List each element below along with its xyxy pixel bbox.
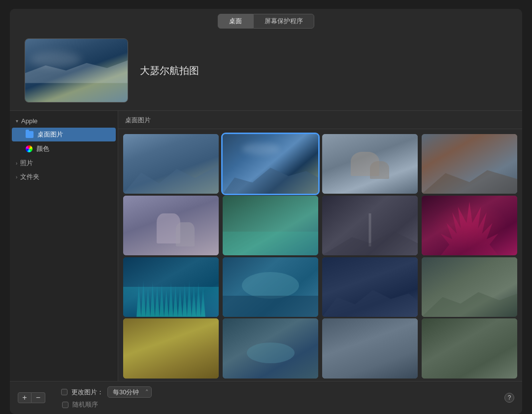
bottom-bar: + − 更改图片： 每30分钟 每小时 每天 随机顺序 ? xyxy=(10,381,522,414)
wallpaper-item-selected[interactable] xyxy=(223,134,318,194)
color-wheel-icon xyxy=(26,145,33,152)
sidebar-folder-section[interactable]: › 文件夹 xyxy=(10,170,118,184)
folder-icon xyxy=(26,131,33,138)
sidebar-item-desktop-label: 桌面图片 xyxy=(37,130,63,139)
svg-marker-5 xyxy=(422,292,517,317)
chevron-right-icon: › xyxy=(16,161,17,166)
wallpaper-item[interactable] xyxy=(123,134,219,194)
svg-marker-0 xyxy=(123,165,219,194)
change-image-label: 更改图片： xyxy=(71,388,103,397)
wallpaper-item[interactable] xyxy=(322,196,418,255)
preview-image xyxy=(25,39,128,102)
preview-area: 大瑟尔航拍图 xyxy=(10,29,522,110)
preview-thumbnail xyxy=(25,38,128,103)
svg-marker-4 xyxy=(322,290,418,317)
wallpaper-item[interactable] xyxy=(123,196,219,255)
tab-screensaver[interactable]: 屏幕保护程序 xyxy=(253,14,314,29)
wallpaper-image xyxy=(322,318,418,378)
wallpaper-grid xyxy=(118,129,522,381)
wallpaper-item[interactable] xyxy=(322,257,418,317)
wallpaper-item[interactable] xyxy=(223,257,318,317)
wallpaper-item[interactable] xyxy=(223,196,318,255)
main-content: ▾ Apple 桌面图片 颜色 › 照片 › 文件夹 桌面图片 xyxy=(10,110,522,381)
interval-dropdown[interactable]: 每30分钟 每小时 每天 xyxy=(107,386,152,398)
wallpaper-image xyxy=(322,134,418,194)
sidebar-item-colors-label: 颜色 xyxy=(36,144,49,153)
wallpaper-item[interactable] xyxy=(123,318,219,378)
wallpaper-image xyxy=(422,257,517,317)
add-remove-group: + − xyxy=(18,392,45,403)
svg-marker-2 xyxy=(422,170,517,194)
wallpaper-image xyxy=(422,318,517,378)
sidebar-photos-section[interactable]: › 照片 xyxy=(10,156,118,170)
wallpaper-item[interactable] xyxy=(322,134,418,194)
sidebar-photos-label: 照片 xyxy=(20,159,33,168)
wallpaper-image xyxy=(223,318,318,378)
sidebar-item-desktop-pictures[interactable]: 桌面图片 xyxy=(12,128,116,141)
change-image-checkbox[interactable] xyxy=(61,389,67,395)
wallpaper-image xyxy=(123,318,219,378)
main-window: 桌面 屏幕保护程序 大瑟尔航拍图 ▾ Apple 桌面图片 颜色 › xyxy=(10,9,522,414)
wallpaper-image xyxy=(223,134,318,194)
wallpaper-item[interactable] xyxy=(322,318,418,378)
wallpaper-image xyxy=(123,257,219,317)
sidebar-apple-section[interactable]: ▾ Apple xyxy=(10,115,118,127)
wallpaper-item[interactable] xyxy=(422,318,517,378)
grid-header: 桌面图片 xyxy=(118,111,522,129)
help-button[interactable]: ? xyxy=(504,393,514,403)
wallpaper-item[interactable] xyxy=(422,134,517,194)
right-panel: 桌面图片 xyxy=(118,111,522,381)
wallpaper-image xyxy=(223,196,318,255)
random-label: 随机顺序 xyxy=(72,400,98,409)
sidebar-apple-label: Apple xyxy=(21,117,37,125)
wallpaper-image xyxy=(123,134,219,194)
svg-marker-3 xyxy=(322,232,418,256)
interval-dropdown-wrapper: 每30分钟 每小时 每天 xyxy=(107,386,152,398)
wallpaper-image xyxy=(123,196,219,255)
remove-button[interactable]: − xyxy=(32,392,45,403)
change-image-row: 更改图片： 每30分钟 每小时 每天 xyxy=(61,386,497,398)
chevron-down-icon: ▾ xyxy=(16,118,18,124)
tab-desktop[interactable]: 桌面 xyxy=(218,14,253,29)
wallpaper-image xyxy=(322,196,418,255)
svg-marker-1 xyxy=(223,168,318,194)
wallpaper-item[interactable] xyxy=(223,318,318,378)
sidebar: ▾ Apple 桌面图片 颜色 › 照片 › 文件夹 xyxy=(10,111,118,381)
wallpaper-item[interactable] xyxy=(123,257,219,317)
sidebar-item-colors[interactable]: 颜色 xyxy=(12,142,116,156)
tab-bar: 桌面 屏幕保护程序 xyxy=(10,9,522,29)
add-button[interactable]: + xyxy=(18,392,32,403)
random-checkbox[interactable] xyxy=(62,402,68,408)
preview-title: 大瑟尔航拍图 xyxy=(140,64,199,77)
wallpaper-image xyxy=(422,134,517,194)
chevron-right-icon-2: › xyxy=(16,174,17,180)
wallpaper-image xyxy=(223,257,318,317)
wallpaper-item[interactable] xyxy=(422,257,517,317)
wallpaper-image xyxy=(322,257,418,317)
wallpaper-item[interactable] xyxy=(422,196,517,255)
sidebar-folder-label: 文件夹 xyxy=(20,172,39,181)
wallpaper-image xyxy=(422,196,517,255)
